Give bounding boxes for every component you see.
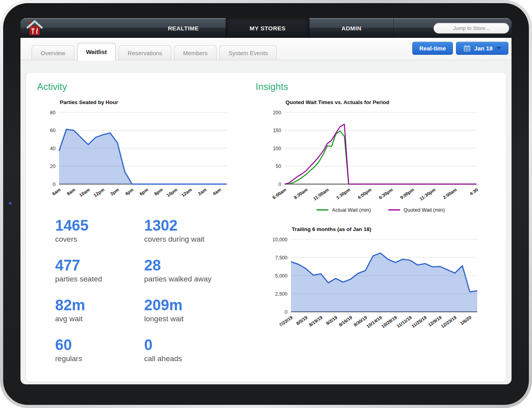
- stat-avg-wait: 82m avg wait: [55, 298, 144, 323]
- tab-reservations[interactable]: Reservations: [119, 45, 171, 60]
- svg-text:0: 0: [285, 309, 287, 315]
- tab-overview[interactable]: Overview: [32, 45, 74, 60]
- svg-text:10pm: 10pm: [166, 187, 178, 198]
- calendar-icon: [463, 45, 471, 52]
- activity-stats: 1465 covers 1302 covers during wait 477 …: [55, 218, 256, 363]
- stat-covers: 1465 covers: [55, 218, 144, 244]
- tab-waitlist[interactable]: Waitlist: [77, 43, 116, 61]
- svg-text:50: 50: [276, 164, 281, 169]
- realtime-button[interactable]: Real-time: [412, 42, 453, 55]
- top-nav: REALTIME MY STORES ADMIN: [20, 18, 512, 38]
- svg-text:5,000: 5,000: [275, 273, 287, 279]
- svg-text:8/19/19: 8/19/19: [308, 315, 323, 328]
- svg-text:10/14/19: 10/14/19: [366, 315, 383, 329]
- svg-text:6pm: 6pm: [139, 187, 149, 196]
- stat-value: 82m: [55, 298, 144, 313]
- svg-text:8/5/19: 8/5/19: [295, 315, 308, 326]
- svg-text:0: 0: [278, 182, 281, 187]
- parties-seated-chart-title: Parties Seated by Hour: [60, 99, 256, 105]
- toolbar-actions: Real-time Jan 18: [412, 42, 508, 55]
- stat-label: covers during wait: [144, 235, 256, 244]
- svg-text:4pm: 4pm: [124, 187, 134, 196]
- stat-label: regulars: [55, 354, 144, 363]
- tab-strip: Overview Waitlist Reservations Members S…: [32, 43, 277, 60]
- svg-text:10am: 10am: [78, 187, 91, 198]
- activity-heading: Activity: [37, 81, 256, 92]
- trailing-6-months-chart: 02,5005,0007,50010,0007/22/198/5/198/19/…: [267, 234, 495, 336]
- restaurant-house-logo-icon[interactable]: [26, 19, 43, 37]
- svg-text:7,500: 7,500: [275, 255, 287, 261]
- svg-text:11/11/19: 11/11/19: [396, 315, 413, 329]
- svg-text:4am: 4am: [212, 187, 222, 196]
- date-picker-button[interactable]: Jan 18: [456, 42, 508, 55]
- date-picker-label: Jan 18: [474, 45, 493, 52]
- svg-text:2pm: 2pm: [109, 187, 120, 196]
- stat-parties-walked-away: 28 parties walked away: [144, 258, 256, 283]
- stat-label: longest wait: [144, 315, 256, 323]
- svg-text:8pm: 8pm: [153, 187, 163, 196]
- stat-value: 0: [144, 337, 256, 352]
- trailing-6-months-chart-title: Trailing 6 months (as of Jan 18): [292, 226, 495, 232]
- svg-text:12am: 12am: [181, 187, 193, 198]
- stat-call-aheads: 0 call aheads: [144, 337, 256, 363]
- stat-value: 1465: [55, 218, 144, 233]
- stat-label: parties seated: [55, 275, 144, 283]
- svg-text:150: 150: [273, 128, 281, 133]
- page-content: Activity Parties Seated by Hour 02040608…: [20, 60, 512, 384]
- camera-dot: [9, 202, 11, 205]
- svg-text:10,000: 10,000: [272, 237, 287, 242]
- stat-value: 209m: [144, 298, 256, 313]
- svg-text:2,500: 2,500: [275, 291, 287, 297]
- svg-text:11/25/19: 11/25/19: [411, 315, 428, 329]
- parties-seated-by-hour-chart: 0204060806am8am10am12pm2pm4pm6pm8pm10pm1…: [42, 107, 256, 206]
- nav-item-admin[interactable]: ADMIN: [310, 18, 394, 38]
- jump-to-store-input[interactable]: [434, 23, 509, 34]
- activity-column: Activity Parties Seated by Hour 02040608…: [37, 81, 256, 373]
- stat-covers-during-wait: 1302 covers during wait: [144, 218, 256, 244]
- tablet-bezel: REALTIME MY STORES ADMIN Overview Waitli…: [3, 3, 529, 405]
- stat-value: 28: [144, 258, 256, 273]
- svg-text:7/22/19: 7/22/19: [278, 315, 293, 328]
- stat-label: call aheads: [144, 354, 256, 363]
- svg-text:9/16/19: 9/16/19: [338, 315, 353, 328]
- insights-column: Insights Quoted Wait Times vs. Actuals f…: [256, 81, 495, 373]
- stat-value: 60: [55, 337, 144, 352]
- stat-value: 477: [55, 258, 144, 273]
- tab-bar: Overview Waitlist Reservations Members S…: [20, 38, 512, 60]
- svg-text:80: 80: [50, 110, 56, 116]
- nav-item-realtime[interactable]: REALTIME: [141, 18, 226, 38]
- svg-text:6:30pm: 6:30pm: [378, 187, 394, 200]
- nav-item-my-stores[interactable]: MY STORES: [226, 18, 310, 38]
- svg-text:9/2/19: 9/2/19: [325, 315, 338, 326]
- svg-text:4:00pm: 4:00pm: [357, 187, 373, 200]
- svg-text:11:00am: 11:00am: [312, 187, 330, 201]
- legend-item: Quoted Wait (min): [388, 207, 445, 213]
- parties-seated-chart-block: Parties Seated by Hour 0204060806am8am10…: [42, 99, 256, 206]
- realtime-button-label: Real-time: [419, 45, 446, 52]
- stat-regulars: 60 regulars: [55, 337, 144, 363]
- svg-text:2am: 2am: [197, 187, 208, 196]
- stat-longest-wait: 209m longest wait: [144, 298, 256, 323]
- svg-text:8am: 8am: [66, 187, 76, 196]
- svg-text:2:00am: 2:00am: [442, 187, 458, 200]
- svg-text:11:30pm: 11:30pm: [419, 187, 436, 201]
- tab-members[interactable]: Members: [174, 45, 217, 60]
- svg-text:6am: 6am: [51, 187, 61, 196]
- tablet-device-frame: REALTIME MY STORES ADMIN Overview Waitli…: [0, 0, 532, 408]
- stat-label: avg wait: [55, 315, 144, 323]
- quoted-vs-actual-wait-chart: 0501001502006:00am8:30am11:00am1:30pm4:0…: [267, 107, 495, 206]
- chart-legend: Actual Wait (min)Quoted Wait (min): [267, 207, 495, 213]
- tab-system-events[interactable]: System Events: [219, 45, 277, 60]
- svg-text:9:00pm: 9:00pm: [399, 187, 415, 200]
- stat-value: 1302: [144, 218, 256, 233]
- svg-text:1:30pm: 1:30pm: [336, 187, 351, 200]
- svg-text:4:30: 4:30: [469, 187, 479, 196]
- svg-text:0: 0: [53, 182, 56, 187]
- legend-item: Actual Wait (min): [317, 207, 371, 213]
- app-screen: REALTIME MY STORES ADMIN Overview Waitli…: [20, 18, 512, 384]
- stat-parties-seated: 477 parties seated: [55, 258, 144, 283]
- svg-text:6:00am: 6:00am: [272, 187, 287, 200]
- svg-text:20: 20: [50, 164, 56, 169]
- svg-text:100: 100: [273, 146, 281, 151]
- trailing-6-months-chart-block: Trailing 6 months (as of Jan 18) 02,5005…: [267, 226, 495, 336]
